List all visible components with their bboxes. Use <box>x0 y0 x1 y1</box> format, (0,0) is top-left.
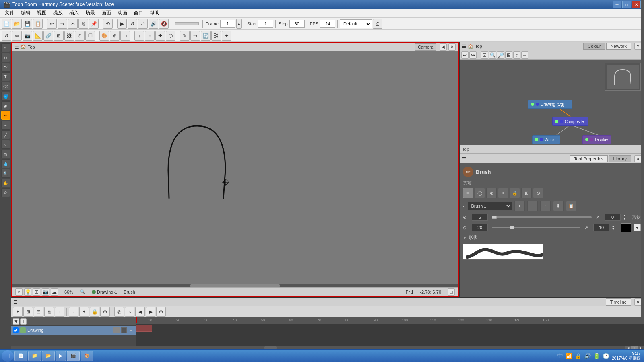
tool-shape[interactable]: ○ <box>1 140 10 149</box>
menu-draw[interactable]: 画面 <box>98 9 114 17</box>
taskbar-harmony[interactable]: 🎬 <box>67 351 80 361</box>
open-btn[interactable]: 📂 <box>12 19 22 29</box>
play-btn[interactable]: ▶ <box>117 19 127 29</box>
tl-insert-frames[interactable]: ⊕ <box>156 307 166 317</box>
menu-window[interactable]: 窗口 <box>130 9 147 17</box>
mode-pencil[interactable]: ✒ <box>498 188 508 198</box>
menu-file[interactable]: 文件 <box>2 9 18 17</box>
tool-props-tab[interactable]: Tool Properties <box>570 155 608 162</box>
net-collapse[interactable]: ↔ <box>521 51 528 59</box>
network-content[interactable]: ↩ ↪ ⊡ 🔍 🔎 ⊞ ↕ ↔ <box>460 51 644 145</box>
size1-input[interactable] <box>472 214 488 221</box>
network-menu-icon[interactable]: ☰ <box>462 44 466 49</box>
net-zoom-fit[interactable]: ⊡ <box>481 51 488 59</box>
tool-select[interactable]: ↖ <box>1 43 10 52</box>
collapse-icon[interactable]: ▼ <box>463 235 467 240</box>
new-btn[interactable]: 📄 <box>2 19 11 29</box>
size2-slider[interactable] <box>492 227 580 228</box>
net-grid[interactable]: ⊞ <box>505 51 512 59</box>
color-dropdown-btn[interactable]: ▼ <box>634 224 641 231</box>
tb2-4[interactable]: 📐 <box>33 31 43 41</box>
status-grid[interactable]: ⊞ <box>33 288 40 296</box>
tb2-5[interactable]: 🔗 <box>43 31 53 41</box>
cut-btn[interactable]: ✂ <box>68 19 78 29</box>
tl-prev-key[interactable]: ◀ <box>135 307 145 317</box>
layer-lock[interactable] <box>121 327 127 333</box>
drawing-layer-row[interactable]: Drawing − <box>11 326 136 335</box>
tl-move-up[interactable]: ↑ <box>55 307 64 317</box>
swing-btn[interactable]: ⇄ <box>138 19 148 29</box>
layer-add-child[interactable]: + <box>20 318 27 325</box>
loop-btn[interactable]: ↺ <box>128 19 137 29</box>
tb2-circle[interactable]: ⊕ <box>110 31 120 41</box>
display-node[interactable]: Display <box>582 135 611 144</box>
status-camera[interactable]: 📷 <box>42 288 49 296</box>
size1-val2[interactable] <box>605 214 621 221</box>
undo-btn[interactable]: ↩ <box>47 19 57 29</box>
tl-copy[interactable]: ⎘ <box>44 307 54 317</box>
start-input[interactable] <box>258 20 273 28</box>
menu-view[interactable]: 视图 <box>34 9 50 17</box>
tl-zoom-out[interactable]: - <box>69 307 78 317</box>
quality-dropdown[interactable]: Default <box>340 19 372 28</box>
timeline-scrollbar-h[interactable]: ◀ | ▶ <box>11 346 644 349</box>
mode-lock[interactable]: 🔒 <box>510 188 520 198</box>
copy-btn[interactable]: ⎘ <box>78 19 88 29</box>
mute-btn[interactable]: 🔇 <box>159 19 169 29</box>
brush-export[interactable]: 📋 <box>566 201 576 211</box>
tb2-arrow[interactable]: ↑ <box>134 31 144 41</box>
mode-search[interactable]: ⊙ <box>533 188 543 198</box>
brush-del[interactable]: − <box>527 201 538 211</box>
maximize-button[interactable]: □ <box>622 1 631 8</box>
viewport-prev[interactable]: ◀ <box>440 43 447 51</box>
taskbar-explorer[interactable]: 📁 <box>28 351 41 361</box>
tool-eraser[interactable]: ⌫ <box>1 82 10 91</box>
menu-insert[interactable]: 插入 <box>66 9 82 17</box>
tool-props-menu-icon[interactable]: ☰ <box>462 156 466 162</box>
mode-calligraphy[interactable]: ⊕ <box>486 188 497 198</box>
tool-rotate[interactable]: ⟳ <box>1 188 10 197</box>
frame-up[interactable]: ▲ <box>236 19 242 29</box>
layer-expand[interactable]: ▼ <box>13 318 19 325</box>
tb2-palette[interactable]: 🎨 <box>99 31 109 41</box>
layer-visible[interactable] <box>13 327 19 333</box>
status-light[interactable]: 💡 <box>24 288 31 296</box>
save-as-btn[interactable]: 📋 <box>33 19 43 29</box>
brush-dropdown[interactable]: Brush 1 <box>468 202 512 210</box>
drawing-node[interactable]: Drawing [tvg] <box>528 100 572 109</box>
save-btn[interactable]: 💾 <box>23 19 32 29</box>
mode-oval[interactable]: ◯ <box>475 188 485 198</box>
tl-keyframe[interactable]: ⬦ <box>125 307 134 317</box>
status-onion[interactable]: ○ <box>15 288 23 296</box>
menu-scene[interactable]: 场景 <box>82 9 98 17</box>
net-undo[interactable]: ↩ <box>461 51 469 59</box>
size2-dn[interactable]: ▼ <box>612 228 615 231</box>
taskbar-word[interactable]: 📄 <box>14 351 27 361</box>
viewport-menu-icon[interactable]: ☰ <box>14 44 19 50</box>
render-btn[interactable]: 🖨 <box>373 19 382 29</box>
timeline-tab[interactable]: Timeline <box>606 298 631 306</box>
status-maximize[interactable]: □ <box>448 288 455 296</box>
tb2-2[interactable]: ⇦ <box>12 31 22 41</box>
net-redo[interactable]: ↪ <box>469 51 477 59</box>
tl-add-layer[interactable]: + <box>13 307 23 317</box>
tool-brush[interactable]: ✏ <box>1 111 10 120</box>
net-zoom-in[interactable]: 🔍 <box>489 51 496 59</box>
tl-zoom-in[interactable]: + <box>79 307 89 317</box>
tl-onion[interactable]: ◎ <box>114 307 124 317</box>
stop-input[interactable] <box>289 20 305 28</box>
tb2-ik[interactable]: ⛓ <box>211 31 221 41</box>
colour-tab-btn[interactable]: Colour <box>583 43 605 50</box>
brush-add[interactable]: + <box>514 201 525 211</box>
taskbar-media[interactable]: ▶ <box>56 351 66 361</box>
viewport-close[interactable]: ✕ <box>448 43 456 51</box>
tool-fill[interactable]: ▨ <box>1 150 10 158</box>
timeline-menu-icon[interactable]: ☰ <box>14 300 18 305</box>
tool-contour[interactable]: ⟨⟩ <box>1 53 10 62</box>
tb2-rect[interactable]: □ <box>120 31 130 41</box>
close-button[interactable]: ✕ <box>632 1 641 8</box>
net-zoom-out[interactable]: 🔎 <box>497 51 504 59</box>
layer-scrollbar[interactable] <box>641 42 644 349</box>
tool-smooth[interactable]: 〜 <box>1 63 10 72</box>
size2-val2[interactable] <box>593 224 609 231</box>
